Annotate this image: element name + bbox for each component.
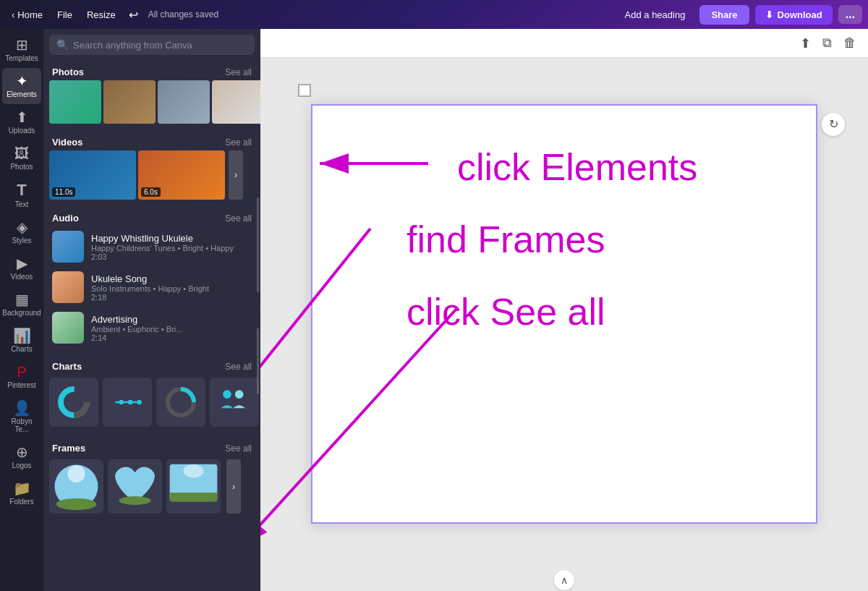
sidebar-item-elements[interactable]: ✦ Elements — [2, 68, 41, 104]
page-nav-button[interactable]: ∧ — [554, 570, 574, 590]
annotation-click-elements: click Elements — [457, 145, 697, 189]
sidebar-item-label: Templates — [5, 54, 38, 62]
frames-title: Frames — [52, 443, 85, 454]
svg-point-15 — [183, 464, 203, 478]
sidebar-item-folders[interactable]: 📁 Folders — [2, 475, 41, 511]
canvas-wrapper: ↻ click Elements find Frames click See a… — [260, 58, 868, 569]
canvas-toolbar: ⬆ ⧉ 🗑 — [260, 29, 868, 58]
export-icon[interactable]: ⬆ — [797, 33, 814, 54]
annotation-click-see-all: click See all — [407, 290, 605, 333]
charts-row: › — [43, 375, 260, 430]
add-heading-button[interactable]: Add a heading — [616, 7, 694, 23]
photos-title: Photos — [52, 67, 84, 77]
sidebar-item-background[interactable]: ▦ Background — [2, 286, 41, 323]
download-label: Download — [778, 9, 822, 20]
svg-point-10 — [56, 498, 97, 510]
audio-title-2: Ukulele Song — [91, 273, 252, 284]
videos-next-button[interactable]: › — [229, 150, 243, 200]
videos-title: Videos — [52, 137, 82, 148]
undo-button[interactable]: ↩ — [124, 5, 142, 25]
video-thumb-1[interactable]: 11.0s — [49, 150, 136, 200]
frames-next-button[interactable]: › — [226, 459, 241, 514]
refresh-button[interactable]: ↻ — [822, 113, 845, 136]
chart-item-donut[interactable] — [49, 378, 98, 427]
canvas-area: ⬆ ⧉ 🗑 ↻ click Elements find Frames click… — [260, 29, 868, 591]
sidebar-item-videos[interactable]: ▶ Videos — [2, 250, 41, 286]
sidebar-item-label: Robyn Te... — [5, 417, 38, 433]
share-button[interactable]: Share — [699, 5, 749, 25]
video-duration-1: 11.0s — [52, 187, 75, 197]
svg-rect-14 — [170, 493, 218, 501]
charts-title: Charts — [52, 361, 82, 372]
donut-chart-svg — [56, 384, 92, 420]
delete-icon[interactable]: 🗑 — [841, 33, 859, 54]
audio-item-1[interactable]: Happy Whistling Ukulele Happy Childrens'… — [43, 226, 260, 267]
sidebar-item-photos[interactable]: 🖼 Photos — [2, 140, 41, 177]
sidebar-item-pinterest[interactable]: P Pinterest — [2, 359, 41, 395]
audio-section-header: Audio See all — [43, 207, 260, 226]
audio-item-2[interactable]: Ukulele Song Solo Instruments • Happy • … — [43, 267, 260, 307]
sidebar-item-templates[interactable]: ⊞ Templates — [2, 32, 41, 68]
circle-frame-svg — [49, 459, 103, 514]
resize-button[interactable]: Resize — [81, 7, 122, 23]
frame-item-rect[interactable] — [166, 459, 221, 514]
canvas-page[interactable]: ↻ click Elements find Frames click See a… — [311, 104, 817, 524]
videos-section-header: Videos See all — [43, 131, 260, 150]
sidebar-item-label: Uploads — [9, 127, 35, 135]
photos-see-all[interactable]: See all — [225, 67, 252, 77]
bar-chart-svg — [109, 384, 145, 420]
frames-see-all[interactable]: See all — [225, 443, 252, 454]
svg-point-3 — [119, 400, 124, 405]
photos-row: › — [43, 80, 260, 124]
canvas-bottom: ∧ — [260, 569, 868, 591]
sidebar-item-logos[interactable]: ⊕ Logos — [2, 439, 41, 475]
more-options-button[interactable]: ... — [838, 5, 862, 24]
file-button[interactable]: File — [51, 7, 78, 23]
sidebar-item-label: Photos — [10, 163, 33, 171]
videos-icon: ▶ — [17, 256, 27, 271]
sidebar-item-styles[interactable]: ◈ Styles — [2, 214, 41, 250]
download-button[interactable]: ⬇ Download — [755, 5, 833, 25]
chart-item-progress[interactable] — [156, 378, 205, 427]
page-checkbox[interactable] — [298, 84, 311, 97]
audio-see-all[interactable]: See all — [225, 213, 252, 224]
photos-icon: 🖼 — [14, 146, 29, 161]
chart-item-people[interactable] — [210, 378, 259, 427]
sidebar-item-robyn[interactable]: 👤 Robyn Te... — [2, 395, 41, 439]
audio-info-3: Advertising Ambient • Euphoric • Bri... … — [91, 314, 252, 342]
frame-item-heart[interactable] — [108, 459, 162, 514]
icon-sidebar: ⊞ Templates ✦ Elements ⬆ Uploads 🖼 Photo… — [0, 29, 43, 591]
chart-item-bar[interactable] — [103, 378, 152, 427]
audio-item-3[interactable]: Advertising Ambient • Euphoric • Bri... … — [43, 307, 260, 348]
download-icon: ⬇ — [765, 9, 773, 20]
duplicate-icon[interactable]: ⧉ — [820, 33, 835, 54]
topbar-right: Add a heading Share ⬇ Download ... — [616, 5, 862, 25]
audio-meta-1: Happy Childrens' Tunes • Bright • Happy … — [91, 244, 252, 261]
video-duration-2: 6.0s — [141, 187, 161, 197]
frame-item-circle[interactable] — [49, 459, 103, 514]
photo-thumb-4[interactable] — [212, 80, 260, 124]
panel-scroll[interactable]: Photos See all › Videos See all 11.0s — [43, 61, 260, 591]
sidebar-item-charts[interactable]: 📊 Charts — [2, 323, 41, 359]
search-input[interactable] — [73, 40, 247, 51]
photo-thumb-1[interactable] — [49, 80, 101, 124]
video-thumb-2[interactable]: 6.0s — [138, 150, 225, 200]
home-button[interactable]: ‹ Home — [6, 7, 48, 23]
photo-thumb-2[interactable] — [103, 80, 156, 124]
sidebar-item-text[interactable]: T Text — [2, 177, 41, 214]
svg-point-11 — [68, 465, 85, 482]
sidebar-item-label: Logos — [12, 462, 31, 469]
collapse-panel-button[interactable]: ‹ — [253, 292, 260, 328]
charts-see-all[interactable]: See all — [225, 362, 252, 372]
photo-thumb-3[interactable] — [158, 80, 210, 124]
audio-meta-2: Solo Instruments • Happy • Bright 2:18 — [91, 284, 252, 302]
videos-see-all[interactable]: See all — [225, 137, 252, 148]
text-icon: T — [17, 182, 26, 198]
sidebar-item-uploads[interactable]: ⬆ Uploads — [2, 104, 41, 140]
search-bar[interactable]: 🔍 — [49, 35, 255, 55]
people-chart-svg — [216, 384, 252, 420]
annotation-find-frames: find Frames — [407, 218, 605, 261]
svg-point-7 — [223, 390, 231, 399]
audio-thumb-3 — [52, 312, 84, 344]
audio-info-2: Ukulele Song Solo Instruments • Happy • … — [91, 273, 252, 302]
